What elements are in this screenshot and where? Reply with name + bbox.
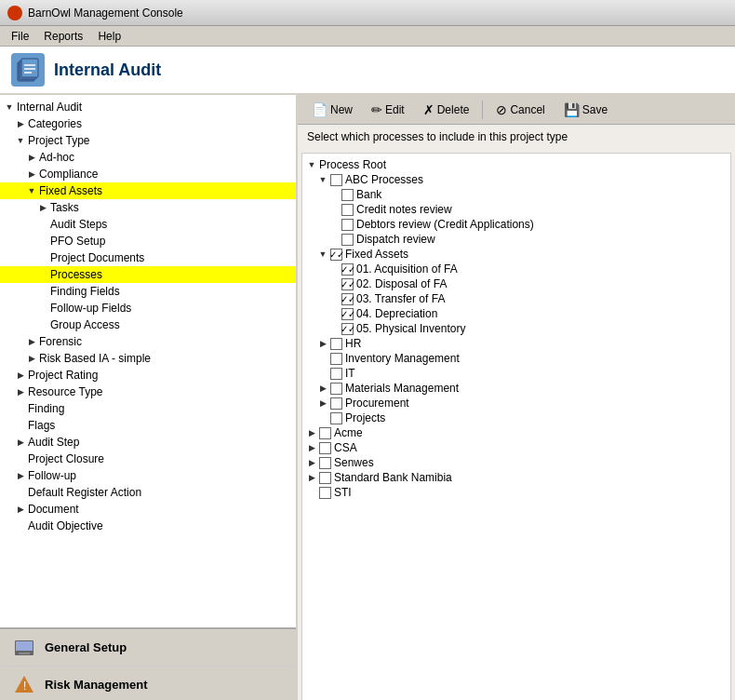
left-tree-item-project-closure[interactable]: Project Closure [0,451,296,467]
left-tree-item-categories[interactable]: ▶Categories [0,115,296,132]
right-expand-btn-abc-processes[interactable]: ▼ [317,174,328,185]
delete-button[interactable]: ✗ Delete [415,99,478,121]
checkbox-materials[interactable] [330,383,342,395]
right-tree-item-fixed-assets-r[interactable]: ▼✓Fixed Assets [302,247,730,262]
left-tree-item-follow-up-fields[interactable]: Follow-up Fields [0,300,296,316]
right-tree-item-it[interactable]: IT [302,366,730,381]
nav-item-general-setup[interactable]: General Setup [0,629,296,666]
expand-btn-internal-audit[interactable]: ▼ [4,101,15,113]
right-expand-btn-standard-bank[interactable]: ▶ [306,472,317,483]
checkbox-bank[interactable] [341,189,354,201]
expand-btn-document[interactable]: ▶ [15,504,26,515]
expand-btn-project-type[interactable]: ▼ [15,135,26,146]
right-expand-btn-process-root[interactable]: ▼ [306,159,317,170]
expand-btn-audit-step[interactable]: ▶ [15,437,26,448]
checkbox-senwes[interactable] [319,457,331,469]
right-tree-item-bank[interactable]: Bank [302,187,730,202]
right-tree-item-fa-01[interactable]: ✓01. Acquisition of FA [302,262,730,276]
right-tree-item-credit-notes[interactable]: Credit notes review [302,202,730,217]
right-expand-btn-fixed-assets-r[interactable]: ▼ [317,249,328,260]
left-tree-item-finding[interactable]: Finding [0,400,296,417]
expand-btn-follow-up[interactable]: ▶ [15,470,26,481]
left-tree-item-audit-steps[interactable]: Audit Steps [0,216,296,233]
left-tree-item-audit-objective[interactable]: Audit Objective [0,518,296,534]
expand-btn-compliance[interactable]: ▶ [26,168,37,180]
menu-help[interactable]: Help [90,28,128,45]
right-expand-btn-senwes[interactable]: ▶ [306,457,317,468]
left-tree-item-risk-based[interactable]: ▶Risk Based IA - simple [0,350,296,367]
right-tree-item-fa-05[interactable]: ✓05. Physical Inventory [302,321,730,336]
left-tree-item-tasks[interactable]: ▶Tasks [0,199,296,216]
right-tree-item-dispatch[interactable]: Dispatch review [302,232,730,247]
checkbox-sti[interactable] [319,487,331,499]
left-tree-item-compliance[interactable]: ▶Compliance [0,166,296,182]
checkbox-hr[interactable] [330,338,342,350]
right-tree-item-procurement[interactable]: ▶Procurement [302,396,730,411]
right-tree-item-abc-processes[interactable]: ▼ABC Processes [302,172,730,187]
checkbox-fa-05[interactable]: ✓ [341,323,354,335]
right-expand-btn-acme[interactable]: ▶ [306,427,317,438]
checkbox-procurement[interactable] [330,397,342,410]
left-tree-item-finding-fields[interactable]: Finding Fields [0,283,296,300]
left-tree-item-processes[interactable]: Processes [0,266,296,283]
right-expand-btn-procurement[interactable]: ▶ [317,397,328,409]
left-tree-item-audit-step[interactable]: ▶Audit Step [0,434,296,451]
checkbox-csa[interactable] [319,442,331,454]
save-button[interactable]: 💾 Save [555,99,616,121]
right-tree-item-materials[interactable]: ▶Materials Management [302,381,730,396]
menu-file[interactable]: File [4,28,36,45]
right-tree-item-fa-03[interactable]: ✓03. Transfer of FA [302,291,730,306]
checkbox-abc-processes[interactable] [330,174,342,186]
left-tree-item-fixed-assets[interactable]: ▼Fixed Assets [0,182,296,199]
checkbox-fa-04[interactable]: ✓ [341,308,354,320]
right-tree-item-debtors[interactable]: Debtors review (Credit Applications) [302,217,730,232]
left-tree-item-internal-audit[interactable]: ▼Internal Audit [0,99,296,115]
right-expand-btn-hr[interactable]: ▶ [317,338,328,349]
left-tree-item-pfo-setup[interactable]: PFO Setup [0,233,296,249]
checkbox-inventory-mgmt[interactable] [330,353,342,365]
left-tree-item-document[interactable]: ▶Document [0,501,296,518]
left-tree-item-follow-up[interactable]: ▶Follow-up [0,467,296,484]
cancel-button[interactable]: ⊘ Cancel [488,99,553,121]
expand-btn-ad-hoc[interactable]: ▶ [26,152,37,163]
left-tree-item-flags[interactable]: Flags [0,417,296,434]
right-expand-btn-csa[interactable]: ▶ [306,442,317,453]
nav-item-risk-management[interactable]: !Risk Management [0,666,296,700]
right-tree-item-acme[interactable]: ▶Acme [302,425,730,440]
checkbox-dispatch[interactable] [341,234,354,246]
left-tree-item-resource-type[interactable]: ▶Resource Type [0,384,296,400]
left-tree-item-forensic[interactable]: ▶Forensic [0,333,296,350]
right-tree-item-fa-04[interactable]: ✓04. Depreciation [302,306,730,321]
expand-btn-categories[interactable]: ▶ [15,118,26,129]
right-tree-item-process-root[interactable]: ▼Process Root [302,157,730,172]
left-tree-item-ad-hoc[interactable]: ▶Ad-hoc [0,149,296,166]
right-expand-btn-materials[interactable]: ▶ [317,383,328,394]
new-button[interactable]: 📄 New [303,99,361,121]
right-tree-item-standard-bank[interactable]: ▶Standard Bank Namibia [302,470,730,485]
expand-btn-resource-type[interactable]: ▶ [15,386,26,397]
right-tree-item-senwes[interactable]: ▶Senwes [302,455,730,470]
right-tree-item-fa-02[interactable]: ✓02. Disposal of FA [302,276,730,291]
left-tree-item-project-type[interactable]: ▼Project Type [0,132,296,149]
right-tree-item-inventory-mgmt[interactable]: Inventory Management [302,351,730,366]
left-tree-item-project-documents[interactable]: Project Documents [0,249,296,266]
checkbox-it[interactable] [330,368,342,380]
expand-btn-tasks[interactable]: ▶ [37,202,48,213]
right-tree-item-csa[interactable]: ▶CSA [302,440,730,455]
expand-btn-project-rating[interactable]: ▶ [15,370,26,381]
checkbox-debtors[interactable] [341,219,354,231]
menu-reports[interactable]: Reports [36,28,90,45]
right-tree-item-hr[interactable]: ▶HR [302,336,730,351]
left-tree-item-project-rating[interactable]: ▶Project Rating [0,367,296,384]
checkbox-projects[interactable] [330,412,342,424]
checkbox-fa-03[interactable]: ✓ [341,293,354,305]
edit-button[interactable]: ✏ Edit [363,99,413,121]
left-tree-item-group-access[interactable]: Group Access [0,316,296,333]
left-tree-item-default-register[interactable]: Default Register Action [0,484,296,501]
checkbox-credit-notes[interactable] [341,204,354,216]
expand-btn-fixed-assets[interactable]: ▼ [26,185,37,196]
checkbox-standard-bank[interactable] [319,472,331,484]
checkbox-fa-02[interactable]: ✓ [341,278,354,290]
expand-btn-forensic[interactable]: ▶ [26,336,37,347]
checkbox-fixed-assets-r[interactable]: ✓ [330,249,342,261]
